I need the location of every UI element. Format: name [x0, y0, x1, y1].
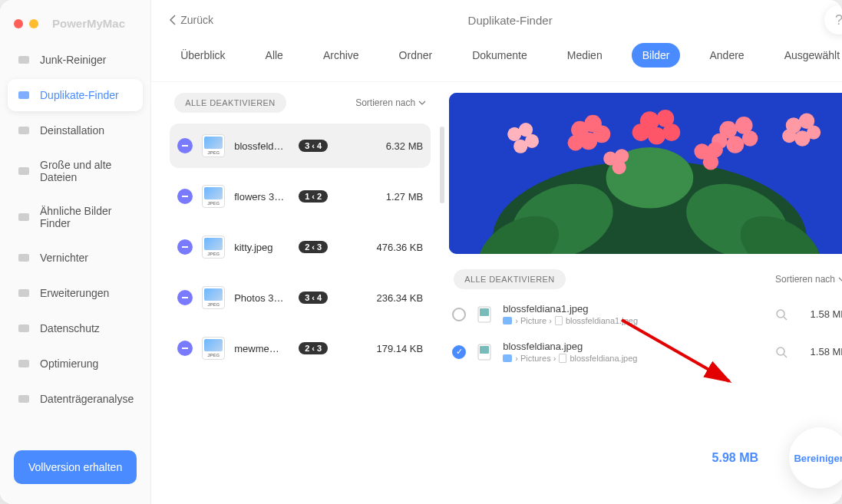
tab-dokumente[interactable]: Dokumente: [461, 43, 538, 68]
tab-ordner[interactable]: Ordner: [388, 43, 444, 68]
tab-andere[interactable]: Andere: [698, 43, 754, 68]
duplicate-file-row[interactable]: blossfeldiana1.jpeg › Picture › blossfel…: [449, 295, 842, 333]
group-size: 1.27 MB: [337, 191, 423, 203]
svg-rect-0: [18, 56, 29, 64]
duplicate-group[interactable]: JPEG flowers 3… 1 ‹ 2 1.27 MB: [170, 174, 431, 219]
sidebar-item-junk-reiniger[interactable]: Junk-Reiniger: [8, 44, 143, 76]
folder-icon: [503, 354, 512, 362]
group-name: kitty.jpeg: [234, 242, 289, 253]
duplicate-group[interactable]: JPEG blossfeld… 3 ‹ 4 6.32 MB: [170, 124, 431, 168]
file-size: 1.58 MB: [798, 346, 842, 357]
sidebar-item--hnliche-bilder-finder[interactable]: Ähnliche Bilder Finder: [8, 196, 143, 239]
svg-point-35: [794, 130, 810, 146]
sidebar-icon: [17, 210, 31, 224]
tab-ausgewählt[interactable]: Ausgewählt: [774, 43, 842, 68]
file-thumbnail: JPEG: [202, 286, 225, 309]
sidebar-item-datentr-geranalyse[interactable]: Datenträgeranalyse: [8, 383, 143, 415]
upgrade-button[interactable]: Vollversion erhalten: [14, 450, 137, 484]
svg-rect-8: [18, 360, 29, 367]
chevron-down-icon: [418, 100, 426, 105]
file-path: › Picture › blossfeldiana1.jpeg: [503, 316, 764, 325]
tab-archive[interactable]: Archive: [312, 43, 370, 68]
sidebar-item-optimierung[interactable]: Optimierung: [8, 348, 143, 380]
group-name: mewme…: [234, 343, 289, 354]
sort-files[interactable]: Sortieren nach: [775, 274, 842, 285]
sort-groups[interactable]: Sortieren nach: [355, 97, 426, 108]
duplicate-group[interactable]: JPEG mewme… 2 ‹ 3 179.14 KB: [170, 326, 431, 371]
svg-rect-1: [18, 91, 29, 99]
group-count-badge: 3 ‹ 4: [299, 292, 328, 304]
chevron-down-icon: [838, 277, 842, 282]
sidebar-item-label: Datenträgeranalyse: [40, 393, 134, 405]
file-thumbnail: JPEG: [202, 337, 225, 360]
sidebar-item-duplikate-finder[interactable]: Duplikate-Finder: [8, 79, 143, 111]
sidebar-icon: [17, 164, 31, 178]
group-toggle[interactable]: [177, 341, 193, 356]
total-size: 5.98 MB: [712, 451, 758, 465]
duplicate-group[interactable]: JPEG kitty.jpeg 2 ‹ 3 476.36 KB: [170, 225, 431, 269]
file-mini-icon: [559, 354, 566, 363]
group-count-badge: 1 ‹ 2: [299, 190, 328, 203]
svg-point-29: [742, 130, 758, 146]
group-size: 476.36 KB: [337, 242, 423, 253]
group-size: 179.14 KB: [337, 343, 423, 354]
minimize-window[interactable]: [29, 19, 38, 28]
group-name: flowers 3…: [234, 191, 289, 203]
sidebar-item-label: Optimierung: [40, 357, 98, 370]
reveal-icon[interactable]: [775, 308, 788, 321]
group-size: 6.32 MB: [337, 140, 423, 152]
groups-scrollbar[interactable]: [440, 127, 444, 203]
sidebar-item-erweiterungen[interactable]: Erweiterungen: [8, 277, 143, 309]
svg-point-25: [648, 127, 665, 145]
sidebar-icon: [17, 124, 31, 137]
svg-rect-2: [18, 127, 29, 134]
group-count-badge: 2 ‹ 3: [299, 241, 328, 253]
svg-point-40: [513, 140, 527, 153]
file-checkbox[interactable]: [452, 345, 466, 359]
tab-überblick[interactable]: Überblick: [170, 43, 236, 68]
close-window[interactable]: [14, 19, 23, 28]
sidebar-item-gro-e-und-alte-dateien[interactable]: Große und alte Dateien: [8, 150, 143, 193]
sidebar-item-datenschutz[interactable]: Datenschutz: [8, 312, 143, 344]
tab-medien[interactable]: Medien: [556, 43, 613, 68]
sidebar-item-label: Erweiterungen: [40, 287, 109, 299]
svg-point-43: [703, 154, 718, 170]
reveal-icon[interactable]: [775, 346, 788, 358]
svg-point-49: [777, 310, 784, 318]
file-checkbox[interactable]: [452, 308, 466, 321]
help-button[interactable]: ?: [824, 5, 842, 35]
clean-button[interactable]: Bereinigen: [789, 427, 842, 489]
group-name: Photos 3…: [234, 292, 289, 304]
sidebar-item-deinstallation[interactable]: Deinstallation: [8, 114, 143, 147]
page-title: Duplikate-Finder: [468, 14, 553, 27]
duplicate-file-row[interactable]: blossfeldiana.jpeg › Pictures › blossfel…: [449, 333, 842, 371]
group-toggle[interactable]: [177, 239, 193, 255]
file-size: 1.58 MB: [798, 308, 842, 320]
svg-point-53: [777, 348, 784, 355]
app-name: PowerMyMac: [52, 17, 125, 30]
group-toggle[interactable]: [177, 189, 193, 204]
file-thumbnail: JPEG: [202, 134, 225, 157]
sidebar-icon: [17, 53, 31, 67]
group-count-badge: 2 ‹ 3: [299, 342, 328, 354]
duplicate-group[interactable]: JPEG Photos 3… 3 ‹ 4 236.34 KB: [170, 275, 431, 320]
sidebar-item-label: Datenschutz: [40, 322, 100, 334]
file-name: blossfeldiana1.jpeg: [503, 303, 764, 315]
svg-rect-48: [480, 308, 489, 316]
deactivate-all-files[interactable]: ALLE DEAKTIVIEREN: [454, 269, 565, 289]
svg-rect-52: [480, 346, 489, 354]
deactivate-all-groups[interactable]: ALLE DEAKTIVIEREN: [174, 93, 286, 113]
tab-bilder[interactable]: Bilder: [632, 43, 681, 68]
group-toggle[interactable]: [177, 138, 193, 153]
group-toggle[interactable]: [177, 290, 193, 305]
sidebar-icon: [17, 357, 31, 371]
sidebar-item-vernichter[interactable]: Vernichter: [8, 242, 143, 274]
sidebar-icon: [17, 286, 31, 300]
svg-rect-3: [18, 167, 29, 175]
sidebar-item-label: Deinstallation: [40, 124, 104, 137]
back-button[interactable]: Zurück: [170, 14, 213, 26]
tab-alle[interactable]: Alle: [255, 43, 294, 68]
sidebar-icon: [17, 392, 31, 406]
file-name: blossfeldiana.jpeg: [503, 341, 764, 352]
svg-rect-4: [18, 213, 29, 221]
